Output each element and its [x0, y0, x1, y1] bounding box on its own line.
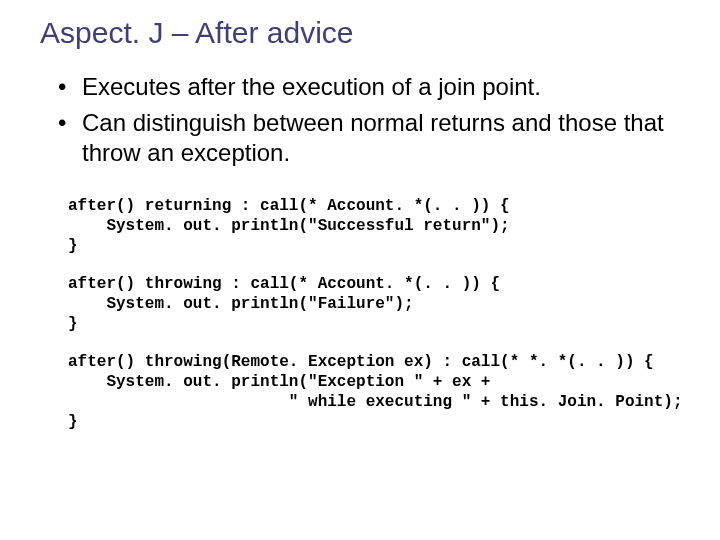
bullet-item: Can distinguish between normal returns a…: [58, 108, 688, 168]
code-block-throwing-exception: after() throwing(Remote. Exception ex) :…: [68, 352, 688, 432]
slide-title: Aspect. J – After advice: [40, 16, 688, 50]
bullet-list: Executes after the execution of a join p…: [40, 72, 688, 168]
code-block-returning: after() returning : call(* Account. *(. …: [68, 196, 688, 256]
bullet-item: Executes after the execution of a join p…: [58, 72, 688, 102]
code-block-throwing: after() throwing : call(* Account. *(. .…: [68, 274, 688, 334]
slide: Aspect. J – After advice Executes after …: [0, 0, 720, 540]
